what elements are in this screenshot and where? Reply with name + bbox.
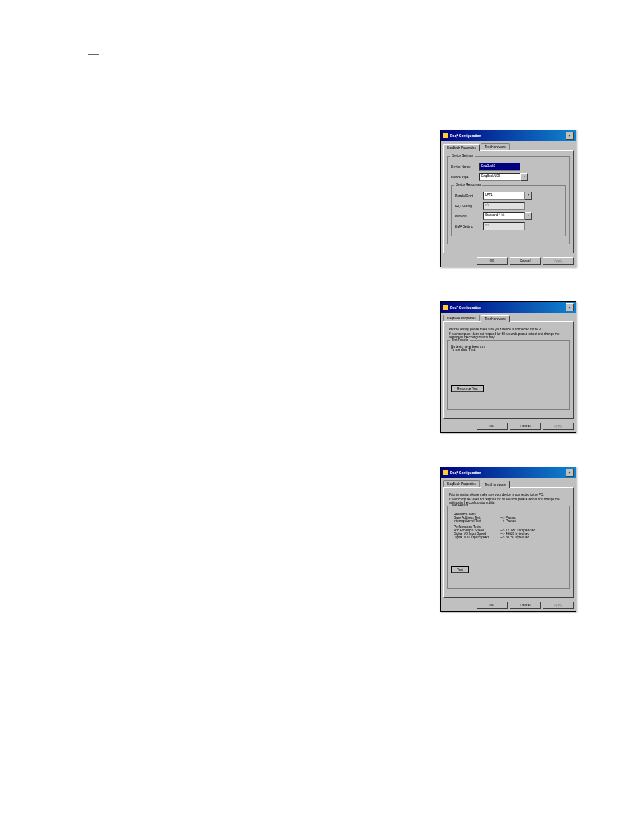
tab-test-hardware[interactable]: Test Hardware bbox=[481, 315, 510, 322]
test-name: Digital I/O Output Speed bbox=[454, 536, 500, 539]
app-icon bbox=[443, 470, 448, 475]
label-protocol: Protocol bbox=[455, 215, 483, 218]
group-device-settings: Device Settings bbox=[450, 154, 475, 157]
window-title: Daq* Configuration bbox=[450, 134, 481, 138]
window-title: Daq* Configuration bbox=[450, 305, 481, 309]
tab-properties[interactable]: DaqBook Properties bbox=[443, 315, 480, 321]
note-connect: Prior to testing please make sure your d… bbox=[449, 328, 568, 331]
note-connect: Prior to testing please make sure your d… bbox=[449, 493, 568, 496]
app-icon bbox=[443, 305, 448, 310]
input-dma: n/a bbox=[483, 222, 525, 230]
input-device-name[interactable]: DaqBook0 bbox=[479, 163, 520, 171]
resource-test-button[interactable]: Resource Test bbox=[451, 385, 484, 392]
label-dma: DMA Setting bbox=[455, 225, 483, 228]
chevron-down-icon[interactable]: ▾ bbox=[520, 173, 528, 181]
test-value: ---> Passed bbox=[500, 519, 516, 523]
test-button[interactable]: Test bbox=[451, 566, 469, 573]
tab-test-hardware[interactable]: Test Hardware bbox=[481, 143, 510, 150]
cancel-button[interactable]: Cancel bbox=[510, 257, 541, 265]
close-icon[interactable]: × bbox=[566, 303, 574, 311]
cancel-button[interactable]: Cancel bbox=[510, 602, 541, 609]
dialog-properties: Daq* Configuration × DaqBook Properties … bbox=[440, 130, 576, 267]
label-device-type: Device Type bbox=[451, 176, 479, 179]
app-icon bbox=[443, 133, 448, 138]
titlebar: Daq* Configuration × bbox=[441, 302, 576, 313]
select-parallel-port[interactable]: LPT1 ▾ bbox=[483, 192, 532, 200]
titlebar: Daq* Configuration × bbox=[441, 130, 576, 141]
window-title: Daq* Configuration bbox=[450, 471, 481, 475]
select-protocol[interactable]: Standard 4-bit ▾ bbox=[483, 212, 532, 220]
chevron-down-icon[interactable]: ▾ bbox=[525, 212, 532, 220]
titlebar: Daq* Configuration × bbox=[441, 467, 576, 478]
ok-button[interactable]: OK bbox=[477, 257, 508, 265]
input-irq: n/a bbox=[483, 202, 525, 210]
test-value: ---> 60750 bytes/sec bbox=[500, 536, 529, 539]
group-test-results: Test Results bbox=[450, 504, 470, 507]
chevron-down-icon[interactable]: ▾ bbox=[525, 192, 532, 200]
apply-button[interactable]: Apply bbox=[543, 602, 574, 609]
ok-button[interactable]: OK bbox=[477, 423, 508, 430]
cancel-button[interactable]: Cancel bbox=[510, 423, 541, 430]
dialog-test-hardware-results: Daq* Configuration × DaqBook Properties … bbox=[440, 467, 576, 612]
label-device-name: Device Name bbox=[451, 165, 479, 169]
tab-properties[interactable]: DaqBook Properties bbox=[443, 144, 480, 151]
footer-rule bbox=[88, 646, 576, 646]
group-device-resources: Device Resources bbox=[454, 183, 482, 186]
group-test-results: Test Results bbox=[450, 338, 470, 342]
tab-test-hardware[interactable]: Test Hardware bbox=[481, 481, 510, 488]
apply-button[interactable]: Apply bbox=[543, 257, 574, 265]
label-parallel-port: Parallel Port bbox=[455, 194, 483, 198]
label-irq: IRQ Setting bbox=[455, 205, 483, 208]
apply-button[interactable]: Apply bbox=[543, 423, 574, 430]
test-name: Interrupt Level Test bbox=[454, 519, 500, 523]
close-icon[interactable]: × bbox=[566, 469, 574, 477]
ok-button[interactable]: OK bbox=[477, 602, 508, 609]
select-device-type[interactable]: DaqBook/100 ▾ bbox=[479, 173, 528, 181]
close-icon[interactable]: × bbox=[566, 132, 574, 140]
tab-properties[interactable]: DaqBook Properties bbox=[443, 480, 480, 487]
dialog-test-hardware-initial: Daq* Configuration × DaqBook Properties … bbox=[440, 301, 576, 433]
header-rule bbox=[88, 54, 99, 55]
